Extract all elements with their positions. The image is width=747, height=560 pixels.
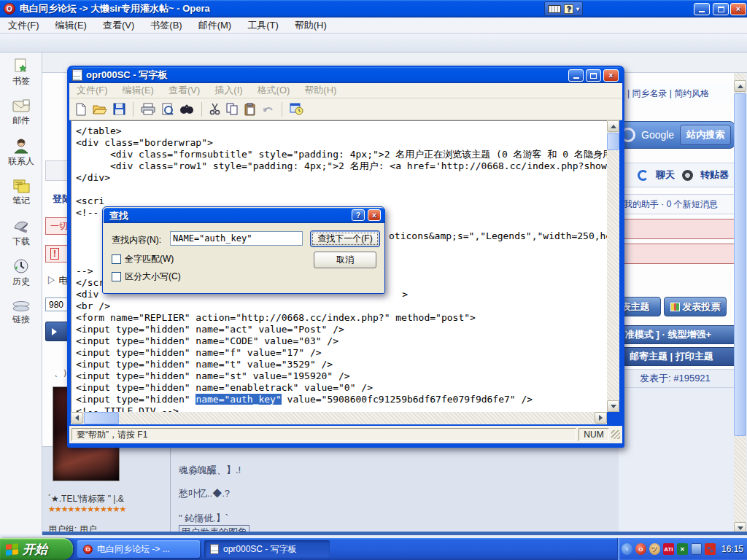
wordpad-horizontal-scrollbar[interactable]	[71, 412, 607, 424]
status-message: 要“帮助”，请按 F1	[71, 428, 576, 441]
cancel-button[interactable]: 取消	[314, 252, 376, 268]
notice-box-1: 一切	[45, 217, 67, 235]
datetime-icon[interactable]	[290, 103, 303, 115]
reply-button-fragment[interactable]	[45, 322, 67, 341]
resize-grip[interactable]	[611, 430, 620, 439]
copy-icon[interactable]	[226, 103, 239, 115]
match-whole-word-checkbox[interactable]: 全字匹配(W)	[112, 253, 174, 265]
checkbox-icon[interactable]	[112, 254, 121, 264]
wordpad-close-button[interactable]: ×	[603, 69, 619, 82]
mail-print-bar[interactable]: 邮寄主题 | 打印主题	[619, 347, 734, 366]
save-icon[interactable]	[113, 103, 125, 115]
find-next-button[interactable]: 查找下一个(F)	[310, 230, 380, 247]
find-close-button[interactable]: ×	[368, 209, 381, 221]
warning-icon: !	[50, 248, 59, 260]
code-line: <div class="row1" style="padding: 4px;">…	[76, 160, 607, 172]
page-number-input[interactable]: 980	[45, 298, 67, 311]
scroll-up-icon[interactable]	[734, 80, 746, 92]
chevron-down-icon[interactable]: ▾	[576, 7, 579, 12]
menu-edit[interactable]: 编辑(E)	[47, 19, 95, 32]
wordpad-maximize-button[interactable]	[586, 69, 601, 82]
scroll-left-icon[interactable]	[71, 412, 83, 424]
tray-ati-icon[interactable]: ATI	[663, 543, 674, 555]
code-line: </table>	[76, 125, 607, 137]
menu-help[interactable]: 帮助(H)	[287, 19, 335, 32]
cut-icon[interactable]	[209, 103, 220, 115]
open-icon[interactable]	[93, 104, 107, 115]
wordpad-titlebar[interactable]: opr000SC - 写字板 ×	[69, 67, 622, 83]
poster-username[interactable]: ´★.TEL'情标落 " |.&	[48, 493, 124, 505]
scrollbar-thumb[interactable]	[734, 93, 746, 436]
chat-link[interactable]: 聊天	[656, 168, 675, 182]
scroll-right-icon[interactable]	[595, 412, 607, 424]
start-button[interactable]: 开始	[0, 538, 73, 560]
print-icon[interactable]	[141, 103, 155, 115]
find-help-button[interactable]: ?	[352, 209, 365, 221]
sidebar-item-mail[interactable]: 邮件	[0, 93, 42, 133]
post-text-line: 魂淼魄釅、】.!	[179, 464, 241, 477]
keyboard-icon[interactable]	[548, 5, 561, 13]
sidebar-item-transfers[interactable]: 下载	[0, 213, 42, 253]
menu-mail[interactable]: 邮件(M)	[190, 19, 240, 32]
paste-icon[interactable]	[244, 103, 256, 116]
wp-menu-view[interactable]: 查看(V)	[161, 84, 207, 97]
wp-menu-insert[interactable]: 插入(I)	[207, 84, 249, 97]
breadcrumb-fragment[interactable]: ▷ 电	[47, 274, 69, 287]
tray-green-x-icon[interactable]: ✕	[677, 543, 688, 555]
menu-view[interactable]: 查看(V)	[95, 19, 142, 32]
find-what-input[interactable]	[170, 231, 303, 246]
menu-tools[interactable]: 工具(T)	[239, 19, 287, 32]
code-line	[76, 184, 607, 195]
tray-network-icon[interactable]	[691, 543, 702, 555]
taskbar-button-opera[interactable]: O 电白同乡论坛 -> ...	[77, 540, 200, 558]
post-text-line: 愁卟忆..◆.?	[179, 487, 230, 500]
new-document-icon[interactable]	[75, 103, 87, 116]
undo-icon[interactable]	[262, 104, 274, 114]
find-dialog-titlebar[interactable]: 查找 ? ×	[104, 208, 385, 223]
match-case-checkbox[interactable]: 区分大小写(C)	[112, 271, 181, 283]
scroll-down-icon[interactable]	[607, 400, 619, 412]
opera-close-button[interactable]: ×	[730, 3, 746, 15]
wordpad-vertical-scrollbar[interactable]	[607, 120, 619, 412]
sidebar-item-contacts[interactable]: 联系人	[0, 133, 42, 173]
opera-minimize-button[interactable]	[694, 3, 710, 15]
code-line: <input type="hidden" name="st" value="19…	[76, 370, 607, 382]
scrollbar-thumb[interactable]	[607, 133, 619, 150]
help-icon[interactable]: ?	[564, 4, 573, 14]
find-icon[interactable]	[179, 104, 194, 114]
sidebar-item-bookmarks[interactable]: 书签	[0, 52, 42, 93]
menu-file[interactable]: 文件(F)	[0, 19, 47, 32]
checkbox-icon[interactable]	[112, 272, 121, 281]
sidebar-item-history[interactable]: 历史	[0, 253, 42, 293]
scrollbar-thumb[interactable]	[84, 412, 119, 424]
tray-opera-icon[interactable]: O	[635, 543, 646, 555]
menu-bookmarks[interactable]: 书签(B)	[142, 19, 190, 32]
wordpad-minimize-button[interactable]	[568, 69, 584, 82]
page-scrollbar[interactable]	[734, 73, 746, 534]
wp-menu-edit[interactable]: 编辑(E)	[115, 84, 161, 97]
taskbar-clock[interactable]: 16:15	[721, 544, 743, 554]
sidebar-item-notes[interactable]: 笔记	[0, 173, 42, 213]
tray-paw-icon[interactable]: 🐾	[705, 543, 716, 555]
post-poll-button[interactable]: 发表投票	[664, 297, 727, 316]
tray-collapse-chevron-icon[interactable]: ‹	[622, 543, 632, 555]
wordpad-task-icon	[210, 544, 219, 554]
wp-menu-format[interactable]: 格式(O)	[250, 84, 298, 97]
print-preview-icon[interactable]	[161, 103, 174, 116]
wp-menu-file[interactable]: 文件(F)	[69, 84, 115, 97]
repost-link[interactable]: 转贴器	[700, 168, 729, 182]
forum-header-fragment	[45, 160, 67, 181]
opera-restore-button[interactable]	[713, 3, 729, 15]
search-tab-google[interactable]: Google	[635, 129, 680, 141]
forum-search-bar[interactable]: Google 站内搜索	[619, 121, 734, 149]
sidebar-item-links[interactable]: 链接	[0, 293, 42, 333]
assistant-bar[interactable]: 我的助手 · 0 个新短消息	[619, 194, 734, 214]
taskbar-button-wordpad[interactable]: opr000SC - 写字板	[204, 540, 330, 558]
scroll-up-icon[interactable]	[607, 120, 619, 132]
search-match-highlight: name="auth_key"	[196, 394, 281, 405]
topic-mode-bar[interactable]: 准模式 ] · 线型增强+	[619, 325, 734, 344]
wp-menu-help[interactable]: 帮助(H)	[297, 84, 344, 97]
search-tab-site[interactable]: 站内搜索	[680, 125, 731, 145]
tray-character-icon[interactable]: ツ	[649, 543, 660, 555]
language-bar[interactable]: ? ▾	[544, 1, 583, 16]
